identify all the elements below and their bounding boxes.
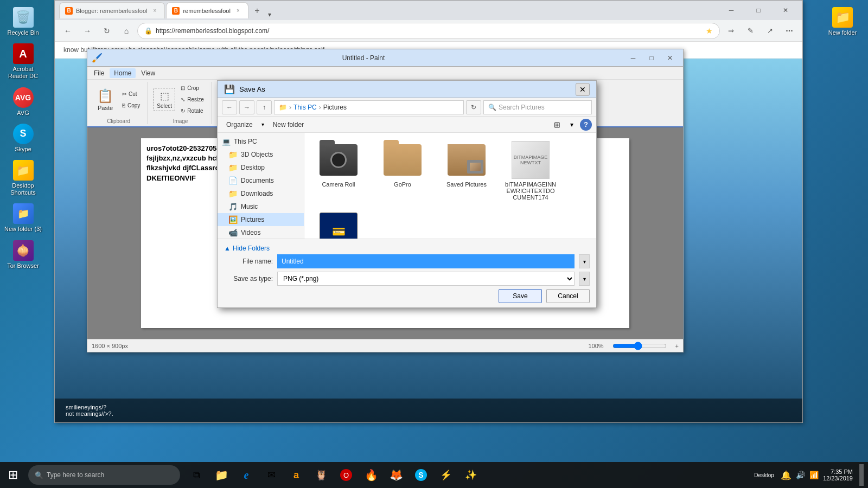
sidebar-item-music[interactable]: 🎵 Music	[218, 200, 304, 213]
browser-close-btn[interactable]: ✕	[773, 2, 798, 19]
desktop-icon-skype[interactable]: S Skype	[2, 121, 44, 155]
taskbar-notification-icon[interactable]: 🔔	[781, 470, 792, 480]
hide-folders-arrow[interactable]: ▲	[224, 245, 231, 252]
ribbon-resize-btn[interactable]: ⤡ Resize	[177, 94, 207, 105]
browser-address-bar[interactable]: 🔒 https://rememberlessfool.blogspot.com/…	[137, 23, 720, 39]
taskbar-lightning[interactable]: ⚡	[434, 463, 458, 487]
browser-extensions-btn[interactable]: ⇒	[722, 22, 739, 40]
ribbon-select-btn[interactable]: ⬚ Select	[154, 88, 175, 111]
taskbar-firefox-orange[interactable]: 🔥	[359, 463, 383, 487]
sidebar-item-desktop[interactable]: 📁 Desktop	[218, 161, 304, 174]
desktop-icon-avg[interactable]: AVG AVG	[2, 85, 44, 119]
dialog-save-btn[interactable]: Save	[499, 289, 542, 303]
desktop-icon-newfolder-right[interactable]: 📁 New folder	[821, 4, 864, 38]
taskbar-volume-icon[interactable]: 🔊	[796, 471, 805, 479]
paint-maximize-btn[interactable]: □	[643, 51, 660, 65]
sidebar-item-3d[interactable]: 📁 3D Objects	[218, 148, 304, 161]
dialog-refresh-btn[interactable]: ↻	[466, 100, 481, 114]
browser-back-btn[interactable]: ←	[59, 22, 76, 40]
clipboard-group-label: Clipboard	[107, 118, 130, 124]
paint-close-btn[interactable]: ✕	[661, 51, 679, 65]
paint-menu-file[interactable]: File	[90, 68, 108, 78]
filename-dropdown-arrow[interactable]: ▾	[579, 254, 590, 268]
ribbon-cut-btn[interactable]: ✂ Cut	[119, 89, 143, 99]
dialog-view-dropdown[interactable]: ▾	[568, 120, 576, 130]
dialog-help-btn[interactable]: ?	[580, 119, 592, 131]
hide-folders-label[interactable]: Hide Folders	[233, 245, 270, 252]
dialog-up-btn[interactable]: ↑	[257, 100, 272, 114]
taskbar-skype-app[interactable]: S	[409, 463, 433, 487]
taskbar-search[interactable]: 🔍 Type here to search	[28, 465, 180, 485]
browser-maximize-btn[interactable]: □	[746, 2, 771, 19]
taskbar-star[interactable]: ✨	[459, 463, 483, 487]
dialog-new-folder-btn[interactable]: New folder	[269, 120, 308, 130]
show-desktop-btn[interactable]	[859, 464, 864, 486]
desktop-icon-recycle-bin[interactable]: 🗑️ Recycle Bin	[2, 4, 44, 38]
paint-menu-home[interactable]: Home	[110, 68, 136, 78]
taskbar-mail[interactable]: ✉	[259, 463, 283, 487]
toolbar-dropdown-arrow[interactable]: ▾	[261, 121, 264, 127]
dialog-organize-btn[interactable]: Organize	[222, 120, 257, 130]
browser-pen-btn[interactable]: ✎	[742, 22, 759, 40]
ribbon-crop-btn[interactable]: ⊡ Crop	[177, 83, 207, 93]
desktop-icon-newfolder3[interactable]: 📁 New folder (3)	[2, 201, 44, 235]
dialog-search-box[interactable]: 🔍 Search Pictures	[483, 100, 592, 114]
ribbon-rotate-btn[interactable]: ↻ Rotate	[177, 106, 207, 116]
browser-tab-blogger[interactable]: B Blogger: rememberlessfool ×	[59, 2, 165, 18]
dialog-view-btn[interactable]: ⊞	[551, 119, 564, 130]
new-tab-button[interactable]: +	[250, 3, 265, 18]
taskbar-network-icon[interactable]: 📶	[809, 471, 819, 479]
path-this-pc[interactable]: This PC	[293, 104, 317, 111]
sidebar-item-downloads[interactable]: 📁 Downloads	[218, 187, 304, 200]
taskbar-edge[interactable]: e	[234, 463, 258, 487]
taskbar-search-placeholder: Type here to search	[47, 471, 104, 479]
savetype-dropdown-arrow[interactable]: ▾	[579, 272, 590, 286]
file-item-gopro[interactable]: GoPro	[373, 137, 432, 204]
sidebar-item-documents[interactable]: 📄 Documents	[218, 174, 304, 187]
sidebar-item-videos[interactable]: 📹 Videos	[218, 226, 304, 239]
start-button[interactable]: ⊞	[0, 462, 26, 488]
file-item-bitmap[interactable]: BITMAPIMAGE NEWTXT bITMAPIMAGEINNEWRICHT…	[501, 137, 560, 204]
sidebar-item-this-pc[interactable]: 💻 This PC	[218, 135, 304, 148]
taskbar-file-explorer[interactable]: 📁	[209, 463, 233, 487]
file-item-saved-pictures[interactable]: Saved Pictures	[437, 137, 496, 204]
taskbar-firefox[interactable]: 🦊	[384, 463, 408, 487]
desktop-icon-acrobat[interactable]: A Acrobat Reader DC	[2, 41, 44, 82]
taskbar-amazon[interactable]: a	[284, 463, 308, 487]
dialog-cancel-btn[interactable]: Cancel	[546, 289, 590, 303]
browser-menu-btn[interactable]: ···	[781, 22, 798, 40]
tab-dropdown[interactable]: ▾	[268, 11, 271, 18]
file-item-creditcard[interactable]: 💳 e7e53340-ff38-11e9-9794-5d95042ca5c0	[309, 209, 368, 239]
desktop-icon-tor[interactable]: 🧅 Tor Browser	[2, 237, 44, 272]
lightning-icon: ⚡	[440, 469, 452, 481]
browser-tab-active[interactable]: B rememberlessfool ×	[166, 2, 248, 18]
ribbon-copy-btn[interactable]: ⎘ Copy	[119, 100, 143, 111]
taskbar-tripadvisor[interactable]: 🦉	[309, 463, 333, 487]
taskbar-opera[interactable]: O	[334, 463, 358, 487]
desktop-icon-shortcuts[interactable]: 📁 Desktop Shortcuts	[2, 157, 44, 198]
dialog-forward-btn[interactable]: →	[239, 100, 254, 114]
sidebar-item-pictures[interactable]: 🖼️ Pictures	[218, 213, 304, 226]
cut-label: Cut	[129, 91, 137, 97]
paint-zoom-plus[interactable]: +	[675, 343, 679, 349]
browser-refresh-btn[interactable]: ↻	[98, 22, 116, 40]
savetype-select[interactable]: PNG (*.png)	[277, 272, 575, 286]
browser-forward-btn[interactable]: →	[79, 22, 96, 40]
file-item-camera-roll[interactable]: Camera Roll	[309, 137, 368, 204]
skype-taskbar-icon: S	[415, 469, 427, 481]
taskbar-clock[interactable]: 7:35 PM 12/23/2019	[823, 468, 853, 481]
paint-zoom-slider[interactable]	[612, 342, 667, 350]
paint-minimize-btn[interactable]: ─	[624, 51, 642, 65]
blogger-tab-close[interactable]: ×	[150, 7, 159, 15]
browser-home-btn[interactable]: ⌂	[118, 22, 135, 40]
filename-input[interactable]	[277, 254, 575, 268]
dialog-close-btn[interactable]: ✕	[576, 83, 590, 96]
dialog-back-btn[interactable]: ←	[222, 100, 237, 114]
blog-text-overlay: smilieneyings/?not meanings//>?.	[55, 399, 802, 422]
ribbon-paste-btn[interactable]: 📋 Paste	[94, 86, 117, 113]
browser-minimize-btn[interactable]: ─	[719, 2, 744, 19]
active-tab-close[interactable]: ×	[234, 7, 242, 15]
browser-share-btn[interactable]: ↗	[761, 22, 778, 40]
paint-menu-view[interactable]: View	[137, 68, 159, 78]
taskbar-task-view[interactable]: ⧉	[184, 463, 208, 487]
